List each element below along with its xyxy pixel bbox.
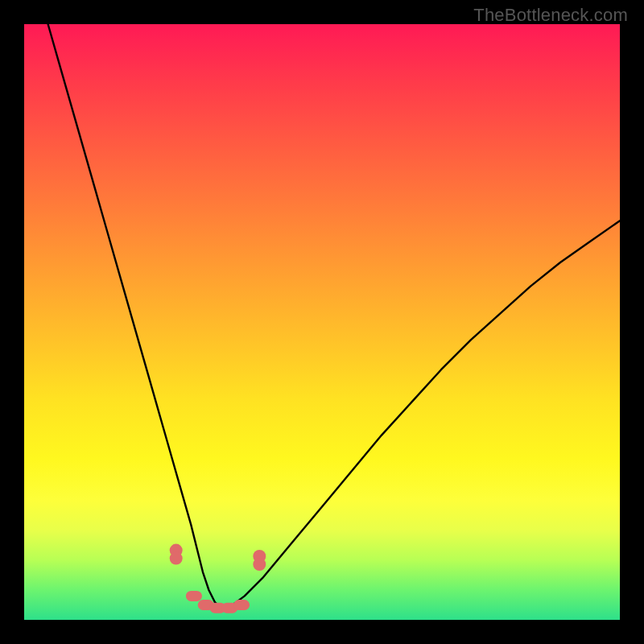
plot-area bbox=[24, 24, 620, 620]
marker-dumbbell bbox=[170, 544, 183, 565]
svg-point-1 bbox=[170, 552, 183, 565]
svg-point-3 bbox=[253, 558, 266, 571]
marker-dumbbell bbox=[253, 550, 266, 571]
markers-group bbox=[170, 544, 266, 613]
watermark-text: TheBottleneck.com bbox=[473, 5, 628, 26]
marker-pill bbox=[233, 600, 250, 610]
marker-pill bbox=[186, 591, 202, 601]
chart-frame: TheBottleneck.com bbox=[0, 0, 644, 644]
bottleneck-curve bbox=[48, 24, 620, 608]
curve-svg bbox=[24, 24, 620, 620]
